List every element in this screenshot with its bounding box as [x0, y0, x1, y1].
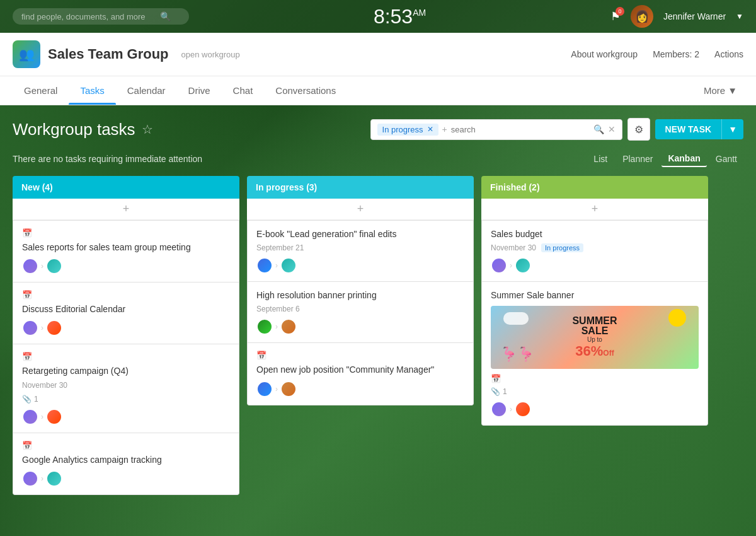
task-date: September 21	[256, 243, 464, 252]
task-date: September 6	[256, 305, 464, 313]
arrow-icon: ›	[510, 405, 512, 414]
avatar	[515, 257, 531, 274]
clock-time: 8:53AM	[374, 5, 426, 28]
filter-plus-icon: +	[442, 124, 447, 134]
avatar	[22, 470, 38, 487]
tab-more[interactable]: More ▼	[697, 76, 743, 105]
task-card[interactable]: High resolution banner printing Septembe…	[247, 282, 474, 343]
main-content: Workgroup tasks ☆ In progress ✕ + 🔍 ✕ ⚙	[0, 105, 756, 501]
actions-link[interactable]: Actions	[714, 49, 743, 59]
avatar	[22, 320, 38, 336]
avatar	[280, 318, 297, 335]
task-avatars: ›	[22, 258, 230, 274]
tasks-header: Workgroup tasks ☆ In progress ✕ + 🔍 ✕ ⚙	[13, 118, 743, 141]
user-name[interactable]: Jennifer Warner	[663, 11, 726, 21]
tab-tasks[interactable]: Tasks	[69, 76, 115, 105]
new-task-dropdown-icon[interactable]: ▼	[721, 119, 743, 139]
task-date: November 30	[22, 381, 230, 390]
view-list[interactable]: List	[587, 151, 614, 166]
task-card[interactable]: Summer Sale banner 🦩🦩 SUMMER SALE Up to …	[481, 282, 708, 426]
search-icon: 🔍	[160, 11, 171, 21]
task-card[interactable]: 📅 Open new job position "Community Manag…	[247, 343, 474, 405]
members-link[interactable]: Members: 2	[653, 49, 699, 59]
workgroup-subtitle: open workgroup	[181, 50, 240, 59]
task-avatars: ›	[256, 381, 464, 397]
paperclip-icon: 📎	[22, 395, 32, 404]
avatar[interactable]: 👩	[631, 5, 653, 28]
arrow-icon: ›	[275, 261, 278, 270]
col-add-new[interactable]: +	[13, 199, 239, 220]
task-attachments: 📎 1	[22, 395, 230, 404]
arrow-icon: ›	[275, 322, 278, 331]
col-cards-progress: E-book "Lead generation" final edits Sep…	[247, 220, 474, 405]
tab-calendar[interactable]: Calendar	[116, 76, 177, 105]
filter-icons: 🔍 ✕	[593, 124, 616, 134]
settings-button[interactable]: ⚙	[627, 118, 650, 141]
tab-conversations[interactable]: Conversations	[264, 76, 347, 105]
avatar	[256, 257, 273, 274]
col-label-finished: Finished (2)	[490, 182, 540, 192]
avatar	[22, 258, 38, 274]
task-title: High resolution banner printing	[256, 289, 464, 301]
filter-tag-in-progress: In progress ✕	[377, 124, 438, 136]
new-task-button[interactable]: NEW TASK ▼	[655, 119, 743, 139]
about-workgroup-link[interactable]: About workgroup	[571, 49, 638, 59]
attention-bar: There are no tasks requiring immediate a…	[13, 151, 743, 167]
avatar	[491, 401, 507, 417]
summer-sale-banner-image: 🦩🦩 SUMMER SALE Up to 36%Off	[491, 306, 699, 369]
avatar	[256, 318, 273, 335]
search-bar[interactable]: 🔍	[13, 8, 189, 25]
tab-drive[interactable]: Drive	[177, 76, 222, 105]
view-kanban[interactable]: Kanban	[662, 151, 706, 167]
chevron-down-icon: ▼	[728, 85, 737, 96]
task-card[interactable]: 📅 Google Analytics campaign tracking ›	[13, 433, 239, 495]
user-dropdown-icon[interactable]: ▼	[736, 12, 743, 21]
avatar	[46, 470, 62, 487]
avatar	[280, 381, 297, 397]
task-card[interactable]: 📅 Retargeting campaign (Q4) November 30 …	[13, 344, 239, 433]
view-planner[interactable]: Planner	[616, 151, 659, 166]
kanban-col-new: New (4) + 📅 Sales reports for sales team…	[13, 176, 239, 495]
task-title: E-book "Lead generation" final edits	[256, 228, 464, 240]
col-header-progress: In progress (3)	[247, 176, 474, 199]
col-label-progress: In progress (3)	[256, 182, 317, 192]
col-add-progress[interactable]: +	[247, 199, 474, 220]
task-card[interactable]: E-book "Lead generation" final edits Sep…	[247, 220, 474, 282]
avatar	[491, 257, 507, 274]
tab-general[interactable]: General	[13, 76, 69, 105]
task-avatars: ›	[256, 257, 464, 274]
arrow-icon: ›	[510, 261, 512, 270]
gear-icon: ⚙	[634, 124, 643, 136]
card-area: 👥 Sales Team Group open workgroup About …	[0, 33, 756, 105]
attention-text: There are no tasks requiring immediate a…	[13, 154, 202, 164]
task-title: Open new job position "Community Manager…	[256, 364, 464, 375]
star-icon[interactable]: ☆	[142, 122, 153, 137]
view-gantt[interactable]: Gantt	[709, 151, 743, 166]
cloud-decoration	[503, 312, 529, 325]
search-input[interactable]	[21, 12, 160, 21]
task-date: November 30	[491, 243, 536, 252]
task-attachments: 📎 1	[491, 387, 699, 396]
task-title: Sales reports for sales team group meeti…	[22, 242, 230, 253]
avatar	[46, 320, 62, 336]
filter-search-icon[interactable]: 🔍	[593, 124, 604, 134]
task-title: Sales budget	[491, 228, 699, 240]
task-card[interactable]: 📅 Discuss Editorial Calendar ›	[13, 283, 239, 344]
topbar-right: ⚑ 0 👩 Jennifer Warner ▼	[610, 5, 743, 28]
task-title: Discuss Editorial Calendar	[22, 303, 230, 315]
filter-bar: In progress ✕ + 🔍 ✕	[370, 119, 622, 140]
col-add-finished[interactable]: +	[481, 199, 708, 220]
task-card[interactable]: 📅 Sales reports for sales team group mee…	[13, 220, 239, 283]
kanban-board: New (4) + 📅 Sales reports for sales team…	[13, 176, 743, 495]
filter-search-input[interactable]	[451, 125, 593, 134]
workgroup-right: About workgroup Members: 2 Actions	[571, 49, 743, 59]
tab-chat[interactable]: Chat	[222, 76, 265, 105]
filter-close-icon[interactable]: ✕	[608, 124, 616, 134]
flag-icon[interactable]: ⚑ 0	[610, 9, 621, 23]
task-card[interactable]: Sales budget November 30 In progress ›	[481, 220, 708, 282]
task-title: Summer Sale banner	[491, 289, 699, 301]
filter-tag-remove[interactable]: ✕	[427, 125, 433, 134]
calendar-icon: 📅	[22, 290, 32, 300]
avatar	[256, 381, 273, 397]
avatar	[46, 258, 62, 274]
